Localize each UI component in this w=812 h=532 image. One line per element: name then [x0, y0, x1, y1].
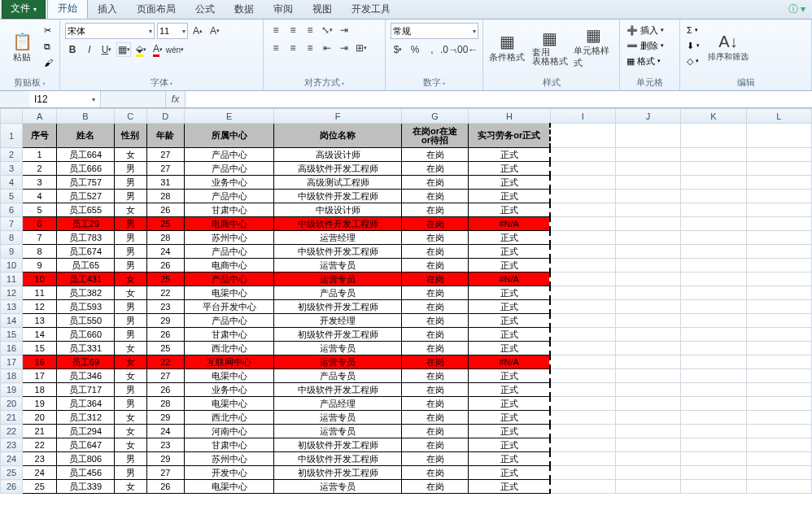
cell-K5[interactable] [681, 190, 746, 203]
table-cell[interactable]: 28 [146, 190, 184, 203]
cell-L11[interactable] [746, 273, 811, 286]
table-cell[interactable]: 9 [23, 259, 57, 273]
table-cell[interactable]: 员工456 [57, 466, 114, 480]
wrap-text-button[interactable]: ⇥ [337, 23, 351, 37]
cell-I25[interactable] [550, 466, 615, 480]
cell-J4[interactable] [615, 176, 680, 190]
cell-J7[interactable] [615, 217, 680, 231]
clear-button[interactable]: ◇▾ [685, 54, 701, 68]
cell-K8[interactable] [681, 231, 746, 245]
paste-button[interactable]: 📋 粘贴 [5, 23, 39, 73]
row-header-16[interactable]: 16 [1, 342, 23, 355]
table-cell[interactable]: 高级测试工程师 [274, 176, 402, 190]
cell-K20[interactable] [681, 397, 746, 411]
table-cell[interactable]: 1 [23, 148, 57, 162]
table-cell[interactable]: 在岗 [401, 314, 468, 328]
table-cell[interactable]: 正式 [469, 162, 550, 176]
cell-L19[interactable] [746, 383, 811, 397]
cell-K11[interactable] [681, 273, 746, 286]
cell-I7[interactable] [550, 217, 615, 231]
table-cell[interactable]: 男 [114, 217, 146, 231]
table-cell[interactable]: 女 [114, 411, 146, 425]
copy-button[interactable]: ⧉ [42, 39, 55, 54]
cell-I26[interactable] [550, 480, 615, 494]
cell-I1[interactable] [550, 124, 615, 148]
table-cell[interactable]: 初级软件开发工程师 [274, 328, 402, 342]
table-cell[interactable]: 产品中心 [184, 148, 273, 162]
table-cell[interactable]: 男 [114, 300, 146, 314]
table-cell[interactable]: 31 [146, 176, 184, 190]
table-cell[interactable]: 正式 [469, 190, 550, 203]
table-cell[interactable]: 正式 [469, 259, 550, 273]
table-cell[interactable]: 高级设计师 [274, 148, 402, 162]
col-header-C[interactable]: C [114, 109, 146, 124]
table-cell[interactable]: 27 [146, 369, 184, 383]
cell-K17[interactable] [681, 355, 746, 369]
table-cell[interactable]: 初级软件开发工程师 [274, 466, 402, 480]
col-header-G[interactable]: G [401, 109, 468, 124]
table-cell[interactable]: 19 [23, 397, 57, 411]
table-cell[interactable]: 正式 [469, 245, 550, 259]
table-cell[interactable]: 29 [146, 411, 184, 425]
cell-J8[interactable] [615, 231, 680, 245]
cell-K23[interactable] [681, 438, 746, 452]
cell-I22[interactable] [550, 425, 615, 438]
table-cell[interactable]: 开发中心 [184, 466, 273, 480]
cell-L17[interactable] [746, 355, 811, 369]
table-cell[interactable]: 员工757 [57, 176, 114, 190]
table-cell[interactable]: 男 [114, 245, 146, 259]
row-header-7[interactable]: 7 [1, 217, 23, 231]
cell-J26[interactable] [615, 480, 680, 494]
cell-I18[interactable] [550, 369, 615, 383]
table-cell[interactable]: 平台开发中心 [184, 300, 273, 314]
table-cell[interactable]: 员工382 [57, 286, 114, 300]
cell-K26[interactable] [681, 480, 746, 494]
sort-filter-button[interactable]: A↓排序和筛选 [705, 23, 752, 73]
table-cell[interactable]: 女 [114, 273, 146, 286]
cell-J9[interactable] [615, 245, 680, 259]
orientation-button[interactable]: ⤡▾ [320, 23, 334, 37]
table-cell[interactable]: 男 [114, 466, 146, 480]
table-header-B[interactable]: 姓名 [57, 124, 114, 148]
row-header-22[interactable]: 22 [1, 425, 23, 438]
cell-K15[interactable] [681, 328, 746, 342]
table-header-A[interactable]: 序号 [23, 124, 57, 148]
table-cell[interactable]: 运营专员 [274, 273, 402, 286]
table-cell[interactable]: 员工664 [57, 148, 114, 162]
table-cell[interactable]: 28 [146, 397, 184, 411]
table-cell[interactable]: 员工431 [57, 273, 114, 286]
table-cell[interactable]: 电渠中心 [184, 369, 273, 383]
cell-I2[interactable] [550, 148, 615, 162]
row-header-23[interactable]: 23 [1, 438, 23, 452]
table-cell[interactable]: 在岗 [401, 355, 468, 369]
cell-J3[interactable] [615, 162, 680, 176]
table-cell[interactable]: 女 [114, 355, 146, 369]
table-cell[interactable]: 17 [23, 369, 57, 383]
table-cell[interactable]: 女 [114, 369, 146, 383]
table-cell[interactable]: 22 [23, 438, 57, 452]
table-cell[interactable]: 运营专员 [274, 411, 402, 425]
table-cell[interactable]: 21 [23, 425, 57, 438]
cell-J25[interactable] [615, 466, 680, 480]
table-cell[interactable]: 5 [23, 203, 57, 217]
table-cell[interactable]: 正式 [469, 383, 550, 397]
border-button[interactable]: ▦▾ [116, 42, 131, 57]
tab-insert[interactable]: 插入 [88, 0, 127, 19]
cell-K13[interactable] [681, 300, 746, 314]
table-cell[interactable]: 高级软件开发工程师 [274, 162, 402, 176]
table-cell[interactable]: 8 [23, 245, 57, 259]
col-header-E[interactable]: E [184, 109, 273, 124]
col-header-F[interactable]: F [274, 109, 402, 124]
insert-cells-button[interactable]: ➕插入▾ [625, 23, 666, 37]
decrease-font-button[interactable]: A▾ [207, 24, 222, 38]
table-cell[interactable]: 产品经理 [274, 397, 402, 411]
align-center-button[interactable]: ≡ [286, 41, 300, 55]
table-cell[interactable]: 女 [114, 425, 146, 438]
align-left-button[interactable]: ≡ [268, 41, 283, 55]
col-header-I[interactable]: I [550, 109, 615, 124]
table-cell[interactable]: 正式 [469, 286, 550, 300]
cell-I21[interactable] [550, 411, 615, 425]
italic-button[interactable]: I [82, 42, 97, 57]
table-cell[interactable]: 女 [114, 148, 146, 162]
table-cell[interactable]: 在岗 [401, 286, 468, 300]
